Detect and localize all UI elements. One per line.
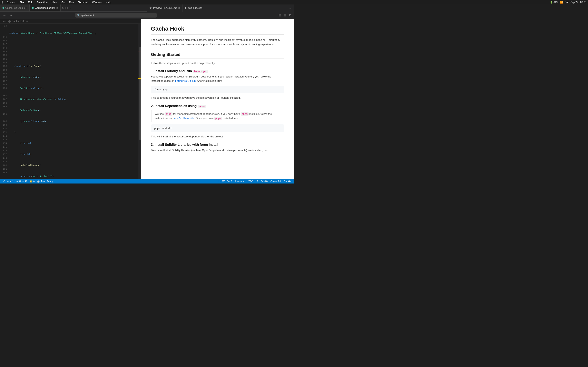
menu-file[interactable]: File — [18, 1, 26, 4]
status-bar: ⎇ main ↻ ⊗ 34 ⚠ 41 🔔 0 ☕ Java: Ready Ln … — [0, 179, 294, 184]
pnpm-link[interactable]: pnpm's official site — [173, 117, 194, 120]
scroll-indicator[interactable] — [138, 24, 141, 179]
menu-help[interactable]: Help — [104, 1, 113, 4]
preview-tab-bar: 👁 Preview README.md × {} package.json ··… — [147, 4, 294, 12]
java-label: Java: Ready — [41, 180, 53, 183]
notif-num: 0 — [33, 180, 35, 183]
java-status[interactable]: ☕ Java: Ready — [37, 180, 53, 183]
breadcrumb: src › ⬤ GachaHook.sol — [0, 19, 141, 24]
getting-started-text: Follow these steps to set up and run the… — [151, 61, 284, 66]
foundryup-block: foundryup — [151, 86, 284, 93]
code-line: address sender, — [9, 75, 141, 79]
status-bar-left: ⎇ main ↻ ⊗ 34 ⚠ 41 🔔 0 ☕ Java: Ready — [2, 180, 53, 183]
preview-more-button[interactable]: ··· — [289, 7, 294, 9]
line-ending-setting[interactable]: LF — [256, 180, 258, 183]
code-line: contract GachaHook is BaseHook, ERC20, V… — [9, 31, 141, 35]
toolbar: ← → 🔍 gacha-hook ⊞ ⊟ ⚙ — [0, 12, 294, 19]
forward-button[interactable]: → — [8, 13, 14, 17]
menu-edit[interactable]: Edit — [26, 1, 34, 4]
code-line: ) — [9, 131, 141, 134]
menu-view[interactable]: View — [50, 1, 59, 4]
menu-go[interactable]: Go — [60, 1, 67, 4]
back-button[interactable]: ← — [2, 13, 7, 17]
menu-terminal[interactable]: Terminal — [76, 1, 90, 4]
scroll-thumb — [139, 47, 141, 140]
warning-icon: ⚠ — [22, 180, 24, 183]
git-branch[interactable]: ⎇ main ↻ — [2, 180, 13, 183]
step1-desc: Foundry is a powerful toolkit for Ethere… — [151, 75, 284, 83]
spaces-setting[interactable]: Spaces: 4 — [234, 180, 244, 183]
warning-num: 41 — [25, 180, 27, 183]
error-count[interactable]: ⊗ 34 ⚠ 41 — [16, 180, 27, 183]
preview-pane: Gacha Hook The Gacha Hook addresses high… — [141, 19, 294, 179]
code-lines[interactable]: contract GachaHook is BaseHook, ERC20, V… — [9, 24, 141, 179]
menu-cursor[interactable]: Cursor — [5, 1, 17, 4]
language-setting[interactable]: Solidity — [261, 180, 268, 183]
pnpm-code2: pnpm — [164, 112, 173, 116]
code-line: PoolKey calldata, — [9, 86, 141, 90]
tab-label: GachaHook.sol 9+ — [35, 7, 55, 9]
breadcrumb-src: src — [2, 20, 6, 23]
package-json-tab[interactable]: {} package.json — [183, 4, 205, 12]
code-line: returns (bytes4, int128) — [9, 175, 141, 178]
notification-count[interactable]: 🔔 0 — [30, 180, 35, 183]
code-line: IPoolManager.SwapParams calldata, — [9, 98, 141, 101]
preview-intro: The Gacha Hook addresses high entry barr… — [151, 38, 284, 47]
menu-run[interactable]: Run — [67, 1, 76, 4]
step2-footer: This will install all the necessary depe… — [151, 134, 284, 139]
apple-menu[interactable]:  — [2, 1, 3, 4]
toolbar-search[interactable]: 🔍 gacha-hook — [75, 13, 157, 17]
split-button[interactable]: ⊟ — [65, 6, 68, 9]
spaces-label: Spaces: 4 — [234, 180, 244, 183]
code-line: onlyPoolManager — [9, 164, 141, 167]
layout-button[interactable]: ⊞ — [278, 13, 282, 17]
pnpm-install-block: pnpm install — [151, 124, 284, 132]
tab-close-button[interactable]: × — [56, 7, 58, 9]
search-value: gacha-hook — [81, 14, 94, 17]
java-icon: ☕ — [37, 180, 40, 183]
getting-started-heading: Getting Started — [151, 52, 284, 59]
code-pane: src › ⬤ GachaHook.sol 29 145 146 147 148… — [0, 19, 141, 179]
tab-label: GachaHook.t.sol 9+ — [5, 7, 27, 9]
menu-selection[interactable]: Selection — [35, 1, 49, 4]
branch-icon: ⎇ — [2, 180, 5, 183]
preview-close-button[interactable]: × — [178, 6, 180, 9]
code-line: bytes calldata data — [9, 119, 141, 123]
code-line: override — [9, 152, 141, 156]
warning-annotation — [138, 78, 141, 79]
language-label: Solidity — [261, 180, 268, 183]
step2-heading: 2. Install Dependencies using pnpm — [151, 104, 284, 108]
pnpm-code: pnpm — [198, 105, 206, 108]
more-button[interactable]: ··· — [69, 6, 71, 9]
toolbar-nav: ← → — [2, 13, 14, 17]
code-line — [9, 42, 141, 46]
search-icon: 🔍 — [77, 14, 80, 17]
encoding-setting[interactable]: UTF-8 — [247, 180, 253, 183]
tab-gachahook-t-sol[interactable]: GachaHook.t.sol 9+ — [0, 4, 30, 11]
indent-setting[interactable]: Cursor Tab — [270, 180, 281, 183]
settings-button[interactable]: ⚙ — [288, 13, 292, 17]
cursor-position[interactable]: Ln 297, Col 6 — [219, 180, 232, 183]
app-container: GachaHook.t.sol 9+ GachaHook.sol 9+ × ▷ … — [0, 4, 294, 184]
code-content: 29 145 146 147 148 149 150 151 152 153 1… — [0, 24, 141, 179]
indent-label: Cursor Tab — [270, 180, 281, 183]
code-tab-controls: ▷ ⊟ ··· — [61, 6, 73, 9]
quokka-plugin[interactable]: Quokka — [284, 180, 292, 183]
breadcrumb-file: GachaHook.sol — [12, 20, 28, 23]
preview-title: Gacha Hook — [151, 25, 284, 35]
step2-blockquote: We use pnpm for managing JavaScript depe… — [151, 110, 284, 122]
menu-window[interactable]: Window — [90, 1, 103, 4]
line-ending-label: LF — [256, 180, 258, 183]
tab-gachahook-sol[interactable]: GachaHook.sol 9+ × — [30, 4, 61, 11]
menubar:  Cursor File Edit Selection View Go Run… — [0, 0, 294, 4]
code-line: BalanceDelta d, — [9, 108, 141, 112]
encoding-label: UTF-8 — [247, 180, 253, 183]
foundry-github-link[interactable]: Foundry's GitHub — [175, 79, 196, 82]
line-numbers: 29 145 146 147 148 149 150 151 152 153 1… — [0, 24, 9, 179]
preview-content: Gacha Hook The Gacha Hook addresses high… — [141, 19, 294, 179]
layout2-button[interactable]: ⊟ — [283, 13, 287, 17]
run-button[interactable]: ▷ — [62, 6, 65, 9]
preview-readme-tab[interactable]: 👁 Preview README.md × — [147, 4, 183, 12]
code-line — [9, 53, 141, 57]
code-line: function afterSwap( — [9, 64, 141, 68]
